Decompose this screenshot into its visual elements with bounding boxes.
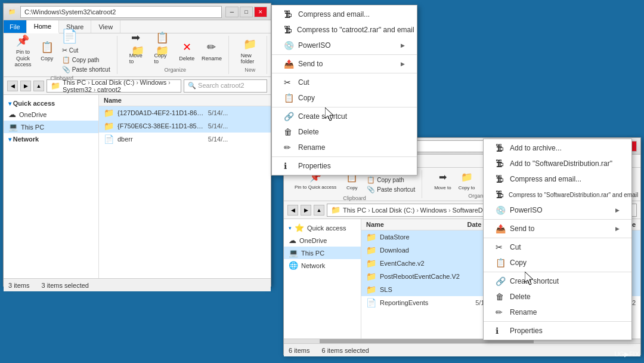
sidebar-thispc-2[interactable]: 💻 This PC xyxy=(284,247,361,259)
file-item-1[interactable]: 📁 {127D0A1D-4EF2-11D1-8608-00C04FC295...… xyxy=(99,106,271,119)
watermark: UG▶FIX xyxy=(614,350,639,358)
clipboard-label-2: Clipboard xyxy=(343,195,366,202)
ctx-create-shortcut-1[interactable]: 🔗 Create shortcut xyxy=(272,109,417,124)
ctx-compress-rar-label-2: Compress to "SoftwareDistribution.rar" a… xyxy=(509,192,638,198)
ctx-rename-1[interactable]: ✏ Rename xyxy=(272,140,417,155)
folder-icon-2: 📁 xyxy=(104,121,114,131)
ctx-poweriso-1[interactable]: 💿 PowerISO ▶ xyxy=(272,38,417,53)
ribbon-clipboard-btns: 📌 Pin to Quick access 📋 Copy 📄 ✂ xyxy=(12,28,112,74)
copy-icon-ctx-2: 📋 xyxy=(496,258,505,267)
selected-count-2: 6 items selected xyxy=(321,347,369,354)
file-list-header-1: Name xyxy=(99,95,271,106)
sidebar-network-2[interactable]: 🌐 Network xyxy=(284,259,361,272)
minimize-btn-1[interactable]: ─ xyxy=(225,7,239,17)
sendto-icon-1: 📤 xyxy=(284,59,293,69)
ctx-poweriso-2[interactable]: 💿 PowerISO ▶ xyxy=(484,202,631,218)
cut-btn[interactable]: ✂ Cut xyxy=(60,46,112,55)
title-bar-icons: 📁 xyxy=(7,7,17,17)
compress-email-icon-2: 🗜 xyxy=(496,174,505,184)
copy-to-btn-2[interactable]: 📁 Copy to xyxy=(456,168,478,192)
maximize-btn-1[interactable]: □ xyxy=(240,7,253,17)
ctx-delete-2[interactable]: 🗑 Delete xyxy=(484,289,631,304)
ctx-delete-1[interactable]: 🗑 Delete xyxy=(272,124,417,140)
sidebar-onedrive-1[interactable]: ☁ OneDrive xyxy=(4,108,98,121)
copy-to-btn[interactable]: 📋📁 Copy to xyxy=(151,36,174,66)
paste-icon: 📄 xyxy=(63,29,77,44)
thispc-icon: 💻 xyxy=(8,122,18,131)
compress-email-icon-1: 🗜 xyxy=(284,10,293,19)
pin-quick-access-btn[interactable]: 📌 Pin to Quick access xyxy=(12,32,34,69)
delete-btn[interactable]: ✕ Delete xyxy=(176,39,197,63)
up-btn-1[interactable]: ▲ xyxy=(33,81,44,91)
file-date-2: 5/14/... xyxy=(208,122,266,130)
ctx-sendto-1[interactable]: 📤 Send to ▶ xyxy=(272,56,417,72)
ctx-copy-1[interactable]: 📋 Copy xyxy=(272,90,417,106)
search-box-1[interactable]: 🔍 Search catroot2 xyxy=(184,79,267,93)
ctx-compress-rar-1[interactable]: 🗜 Compress to "catroot2.rar" and email xyxy=(272,22,417,38)
move-to-btn-2[interactable]: ➡ Move to xyxy=(432,168,453,192)
ctx-delete-label-2: Delete xyxy=(510,293,531,301)
ctx-poweriso-label-1: PowerISO xyxy=(298,41,331,50)
paste-shortcut-btn-2[interactable]: 📎 Paste shortcut xyxy=(365,185,417,194)
ctx-compress-email-1[interactable]: 🗜 Compress and email... xyxy=(272,7,417,22)
network-label: Network xyxy=(13,136,39,143)
paste-shortcut-label-2: Paste shortcut xyxy=(377,186,415,193)
paste-btn[interactable]: 📄 xyxy=(60,28,112,45)
copy-btn-1[interactable]: 📋 Copy xyxy=(36,39,58,63)
copy-label-2: Copy xyxy=(346,185,358,190)
file-item-2[interactable]: 📁 {F750E6C3-38EE-11D1-85E5-00C04FC295...… xyxy=(99,119,271,133)
ctx-cut-2[interactable]: ✂ Cut xyxy=(484,239,631,255)
sidebar-1: ▾ Quick access ☁ OneDrive 💻 This PC ▾ Ne… xyxy=(4,95,99,278)
ctx-sendto-2[interactable]: 📤 Send to ▶ xyxy=(484,221,631,236)
ctx-add-archive-2[interactable]: 🗜 Add to archive... xyxy=(484,140,631,156)
sidebar-onedrive-2[interactable]: ☁ OneDrive xyxy=(284,234,361,247)
close-btn-1[interactable]: ✕ xyxy=(254,7,267,17)
sendto-arrow-1: ▶ xyxy=(401,61,405,67)
poweriso-icon-2: 💿 xyxy=(496,205,505,215)
ctx-rename-2[interactable]: ✏ Rename xyxy=(484,304,631,320)
back-btn-2[interactable]: ◀ xyxy=(287,205,298,216)
pin-label-2: Pin to Quick access xyxy=(295,185,336,190)
ctx-copy-2[interactable]: 📋 Copy xyxy=(484,255,631,270)
delete-icon-ctx-2: 🗑 xyxy=(496,292,505,302)
folder-d1: 📁 xyxy=(366,232,376,242)
move-to-btn[interactable]: ➡📁 Move to xyxy=(127,36,150,66)
file-item-3[interactable]: 📄 dberr 5/14/... xyxy=(99,133,271,146)
forward-btn-1[interactable]: ▶ xyxy=(20,81,31,91)
ribbon-group-clipboard: 📌 Pin to Quick access 📋 Copy 📄 ✂ xyxy=(7,36,117,74)
ctx-create-shortcut-2[interactable]: 🔗 Create shortcut xyxy=(484,273,631,289)
network-arrow: ▾ xyxy=(8,136,13,143)
delete-icon: ✕ xyxy=(179,40,194,54)
onedrive-label: OneDrive xyxy=(19,111,47,118)
ctx-add-rar-2[interactable]: 🗜 Add to "SoftwareDistribution.rar" xyxy=(484,156,631,171)
file-name-2: {F750E6C3-38EE-11D1-85E5-00C04FC295... xyxy=(117,122,205,130)
copy-path-btn[interactable]: 📋 Copy path xyxy=(60,56,112,64)
ctx-cut-1[interactable]: ✂ Cut xyxy=(272,75,417,90)
ctx-properties-1[interactable]: ℹ Properties xyxy=(272,158,417,174)
title-controls-1[interactable]: ─ □ ✕ xyxy=(225,7,267,17)
path-pc-2: This PC xyxy=(343,207,366,214)
quick-access-arrow: ▾ xyxy=(8,100,13,107)
path-catroot: catroot2 xyxy=(97,86,121,93)
sidebar-quickaccess-2[interactable]: ▾ ⭐ Quick access xyxy=(284,222,361,234)
explorer-window-1[interactable]: 📁 C:\Windows\System32\catroot2 ─ □ ✕ Fil… xyxy=(3,3,271,287)
copy-path-btn-2[interactable]: 📋 Copy path xyxy=(365,176,417,184)
new-folder-btn[interactable]: 📁 New folder xyxy=(239,36,262,66)
ctx-compress-email-2[interactable]: 🗜 Compress and email... xyxy=(484,171,631,187)
path-folder-icon-2: 📁 xyxy=(331,205,340,214)
paste-shortcut-btn[interactable]: 📎 Paste shortcut xyxy=(60,65,112,74)
quick-access-label: Quick access xyxy=(13,100,55,107)
ctx-compress-rar-2[interactable]: 🗜 Compress to "SoftwareDistribution.rar"… xyxy=(484,187,631,202)
shortcut-icon-1: 🔗 xyxy=(284,112,293,121)
sendto-arrow-2: ▶ xyxy=(615,226,620,232)
back-btn-1[interactable]: ◀ xyxy=(7,81,18,91)
rename-btn[interactable]: ✏ Rename xyxy=(200,39,224,63)
forward-btn-2[interactable]: ▶ xyxy=(301,205,311,216)
ctx-properties-2[interactable]: ℹ Properties xyxy=(484,323,631,339)
context-menu-1: 🗜 Compress and email... 🗜 Compress to "c… xyxy=(271,5,417,176)
ctx-poweriso-label-2: PowerISO xyxy=(510,206,543,214)
address-path-1[interactable]: 📁 This PC › Local Disk (C:) › Windows › … xyxy=(47,79,181,93)
up-btn-2[interactable]: ▲ xyxy=(314,205,324,216)
copy-path-icon: 📋 xyxy=(62,56,70,64)
sidebar-thispc-1[interactable]: 💻 This PC xyxy=(4,121,98,133)
